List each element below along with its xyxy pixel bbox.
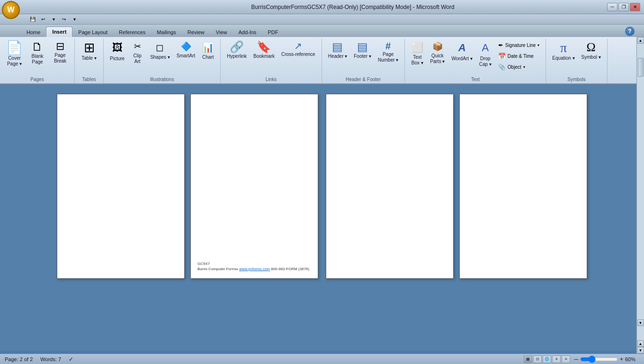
- clip-art-button[interactable]: ✂ ClipArt: [129, 40, 146, 74]
- text-box-button[interactable]: ⬜ TextBox ▾: [409, 40, 426, 74]
- tab-pdf[interactable]: PDF: [262, 27, 284, 37]
- links-group-label: Links: [266, 77, 277, 83]
- table-button[interactable]: ⊞ Table ▾: [79, 40, 99, 74]
- tab-references[interactable]: References: [113, 27, 151, 37]
- tab-review[interactable]: Review: [182, 27, 210, 37]
- redo-quick-button[interactable]: ↪: [60, 15, 68, 24]
- footer-link[interactable]: www.pcforms.com: [239, 267, 270, 271]
- scroll-bottom-up-button[interactable]: ▲: [637, 340, 644, 347]
- header-button[interactable]: ▤ Header ▾: [326, 40, 350, 74]
- undo-dropdown-button[interactable]: ▾: [49, 15, 58, 24]
- illustrations-group-label: Illustrations: [150, 77, 174, 83]
- cross-reference-button[interactable]: ↗ Cross-reference: [279, 40, 318, 74]
- cover-page-icon: 📄: [6, 41, 23, 55]
- picture-button[interactable]: 🖼 Picture: [107, 40, 127, 74]
- zoom-in-button[interactable]: +: [620, 356, 623, 363]
- zoom-out-button[interactable]: ─: [574, 356, 578, 363]
- text-group-label: Text: [471, 77, 480, 83]
- table-icon: ⊞: [84, 41, 95, 55]
- zoom-level: 60%: [625, 356, 639, 362]
- tab-home[interactable]: Home: [21, 27, 46, 37]
- print-layout-view-button[interactable]: ▦: [524, 355, 532, 363]
- wordart-icon: A: [458, 41, 466, 55]
- tab-page-layout[interactable]: Page Layout: [72, 27, 113, 37]
- bookmark-icon: 🔖: [257, 41, 271, 53]
- cover-page-button[interactable]: 📄 CoverPage ▾: [4, 40, 25, 74]
- quick-parts-button[interactable]: 📦 QuickParts ▾: [428, 40, 447, 74]
- scroll-down-button[interactable]: ▼: [637, 319, 644, 326]
- smartart-icon: 🔷: [181, 41, 191, 52]
- blank-page-button[interactable]: 🗋 BlankPage: [27, 40, 48, 74]
- doc-page-3: [326, 94, 454, 279]
- footer-line2: Burris Computer Forms• www.pcforms.com 8…: [197, 266, 311, 272]
- scroll-thumb[interactable]: [638, 58, 644, 77]
- web-layout-view-button[interactable]: 🌐: [543, 355, 551, 363]
- title-bar: BurrisComputerFormsGC5X7 (Read-Only) [Co…: [0, 0, 644, 14]
- minimize-button[interactable]: ─: [607, 3, 617, 11]
- vertical-scrollbar: ▲ ▼ ▲ ▼: [636, 37, 644, 354]
- office-button[interactable]: W: [2, 1, 20, 19]
- chart-button[interactable]: 📊 Chart: [199, 40, 216, 74]
- bookmark-button[interactable]: 🔖 Bookmark: [251, 40, 277, 74]
- symbol-button[interactable]: Ω Symbol ▾: [579, 40, 603, 74]
- help-button[interactable]: ?: [625, 27, 635, 36]
- hyperlink-button[interactable]: 🔗 Hyperlink: [224, 40, 249, 74]
- full-screen-view-button[interactable]: ⊡: [533, 355, 542, 363]
- page-break-icon: ⊟: [56, 41, 64, 52]
- save-quick-button[interactable]: 💾: [28, 15, 37, 24]
- shapes-button[interactable]: ◻ Shapes ▾: [148, 40, 172, 74]
- ribbon-group-text: ⬜ TextBox ▾ 📦 QuickParts ▾ A WordArt ▾ A…: [405, 39, 546, 83]
- blank-page-icon: 🗋: [32, 41, 43, 53]
- tab-insert[interactable]: Insert: [46, 27, 72, 37]
- footer-icon: ▤: [357, 41, 368, 53]
- date-time-icon: 📅: [498, 53, 506, 60]
- ribbon-group-pages: 📄 CoverPage ▾ 🗋 BlankPage ⊟ PageBreak Pa…: [0, 39, 75, 83]
- footer-line1: GC5X7: [197, 261, 311, 266]
- shapes-icon: ◻: [156, 41, 164, 54]
- wordart-button[interactable]: A WordArt ▾: [449, 40, 474, 74]
- object-icon: 📎: [498, 64, 506, 71]
- tab-add-ins[interactable]: Add-Ins: [233, 27, 262, 37]
- quick-parts-icon: 📦: [432, 41, 443, 52]
- ribbon-group-illustrations: 🖼 Picture ✂ ClipArt ◻ Shapes ▾ 🔷 SmartAr…: [104, 39, 221, 83]
- outline-view-button[interactable]: ≡: [552, 355, 561, 363]
- symbol-icon: Ω: [587, 41, 596, 54]
- equation-button[interactable]: π Equation ▾: [550, 40, 577, 74]
- page-break-button[interactable]: ⊟ PageBreak: [50, 40, 71, 74]
- ribbon-group-tables: ⊞ Table ▾ Tables: [75, 39, 104, 83]
- page-footer: GC5X7 Burris Computer Forms• www.pcforms…: [197, 261, 311, 272]
- restore-button[interactable]: ❐: [618, 3, 629, 11]
- signature-line-icon: ✒: [498, 42, 503, 49]
- scroll-bottom-down-button[interactable]: ▼: [637, 347, 644, 354]
- close-button[interactable]: ✕: [630, 3, 640, 11]
- drop-cap-button[interactable]: A DropCap ▾: [477, 40, 494, 74]
- window-title: BurrisComputerFormsGC5X7 (Read-Only) [Co…: [98, 4, 607, 10]
- smartart-button[interactable]: 🔷 SmartArt: [174, 40, 197, 74]
- status-bar: Page: 2 of 2 Words: 7 ✓ ▦ ⊡ 🌐 ≡ ≡ ─ + 60…: [0, 354, 644, 364]
- picture-icon: 🖼: [112, 41, 123, 55]
- footer-button[interactable]: ▤ Footer ▾: [351, 40, 374, 74]
- text-box-icon: ⬜: [411, 41, 423, 54]
- signature-stack: ✒ Signature Line ▾ 📅 Date & Time 📎 Objec…: [496, 40, 542, 72]
- pages-group-label: Pages: [30, 77, 44, 83]
- equation-icon: π: [560, 41, 567, 55]
- hyperlink-icon: 🔗: [230, 41, 244, 53]
- undo-quick-button[interactable]: ↩: [39, 15, 47, 24]
- quick-access-bar: 💾 ↩ ▾ ↪ ▾: [0, 14, 644, 25]
- draft-view-button[interactable]: ≡: [562, 355, 570, 363]
- header-footer-group-label: Header & Footer: [346, 77, 381, 83]
- customize-quick-access-button[interactable]: ▾: [70, 15, 79, 24]
- scroll-up-button[interactable]: ▲: [637, 37, 644, 44]
- page-number-button[interactable]: # PageNumber ▾: [376, 40, 401, 74]
- doc-page-4: [459, 94, 587, 279]
- proofing-icon[interactable]: ✓: [69, 356, 73, 363]
- zoom-slider-input[interactable]: [580, 356, 618, 362]
- doc-page-2: GC5X7 Burris Computer Forms• www.pcforms…: [190, 94, 318, 279]
- tab-mailings[interactable]: Mailings: [151, 27, 181, 37]
- date-time-button[interactable]: 📅 Date & Time: [496, 51, 542, 61]
- symbols-group-label: Symbols: [567, 77, 585, 83]
- signature-line-button[interactable]: ✒ Signature Line ▾: [496, 40, 542, 50]
- ribbon-group-header-footer: ▤ Header ▾ ▤ Footer ▾ # PageNumber ▾ Hea…: [322, 39, 405, 83]
- object-button[interactable]: 📎 Object ▾: [496, 62, 542, 72]
- tab-view[interactable]: View: [210, 27, 233, 37]
